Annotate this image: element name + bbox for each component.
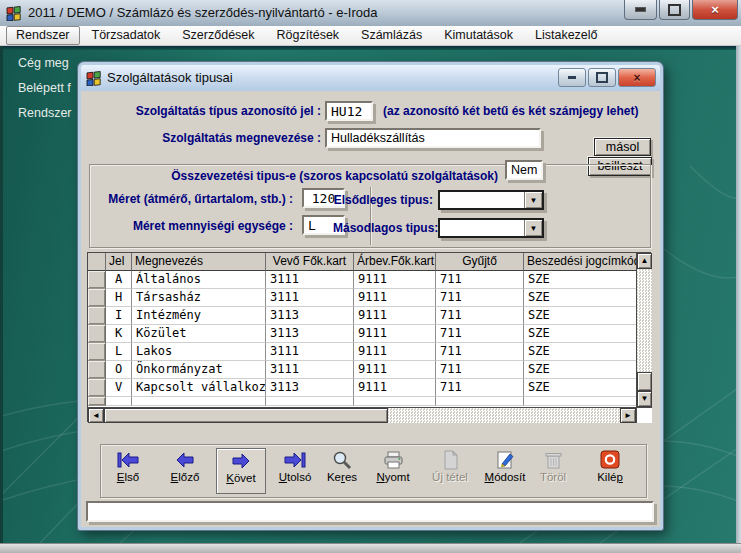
menu-rendszer[interactable]: Rendszer [6,26,80,45]
dialog-status-field[interactable] [86,501,654,522]
table-row[interactable]: H Társasház 3111 9111 711 SZE [88,289,636,307]
cell-vevo: 3111 [266,361,354,379]
table-row[interactable]: I Intézmény 3113 9111 711 SZE [88,307,636,325]
dialog-window-icon [86,70,102,86]
toolbar-print-button[interactable]: Nyomt [369,448,417,492]
first-record-icon [115,450,141,470]
cell-jel: I [106,307,132,325]
dialog-minimize-icon [568,76,576,79]
scrollbar-corner [636,407,652,423]
secondary-type-label: Másodlagos tipus: [333,221,433,235]
dialog-close-button[interactable]: × [618,68,656,87]
scroll-right-button[interactable]: ► [620,408,636,423]
table-row[interactable]: L Lakos 3111 9111 711 SZE [88,343,636,361]
cell-jel: V [106,379,132,397]
row-selector[interactable] [88,289,106,307]
toolbar-edit-button[interactable]: Módosít [481,448,529,492]
cell-arbev: 9111 [354,361,436,379]
dialog-minimize-button[interactable] [558,68,586,87]
service-types-table: Jel Megnevezés Vevő Fők.kart Árbev.Fők.k… [87,252,651,422]
dialog-titlebar[interactable]: Szolgáltatások tipusai × [81,65,660,92]
cell-jel: A [106,271,132,289]
secondary-type-combobox[interactable]: ▼ [438,218,544,238]
menu-torzsadatok[interactable]: Törzsadatok [82,26,171,45]
window-left-edge [0,46,3,543]
cell-megnevezes: Társasház [132,289,266,307]
main-titlebar: 2011 / DEMO / Számlázó és szerződés-nyil… [0,0,741,27]
cell-arbev: 9111 [354,325,436,343]
cell-jogcimkod: SZE [524,343,636,361]
primary-type-label: Elsődleges tipus: [333,193,433,207]
main-statusbar [0,543,741,553]
cell-vevo: 3113 [266,379,354,397]
cell-vevo: 3113 [266,307,354,325]
vertical-scroll-thumb[interactable] [637,372,652,391]
table-row[interactable]: O Önkormányzat 3111 9111 711 SZE [88,361,636,379]
cell-arbev: 9111 [354,307,436,325]
primary-type-dropdown-icon[interactable]: ▼ [524,192,542,208]
horizontal-scroll-thumb[interactable] [104,408,388,423]
cell-megnevezes: Önkormányzat [132,361,266,379]
edit-icon [492,450,518,470]
scroll-left-button[interactable]: ◄ [88,408,104,423]
cell-megnevezes: Kapcsolt vállalkozás [132,379,266,397]
merge-type-input[interactable] [505,160,543,180]
row-selector[interactable] [88,343,106,361]
cell-jogcimkod: SZE [524,289,636,307]
bg-label-belepett: Belépett f [18,81,71,95]
menu-szamlazas[interactable]: Számlázás [351,26,432,45]
cell-jel: L [106,343,132,361]
menu-rogzitesek[interactable]: Rögzítések [267,26,350,45]
menu-kimutatasok[interactable]: Kimutatások [434,26,523,45]
table-row[interactable]: V Kapcsolt vállalkozás 3113 9111 711 SZE [88,379,636,397]
toolbar-last-button[interactable]: Utolsó [271,448,319,492]
table-vertical-scrollbar[interactable]: ▲ ▼ [636,253,652,407]
type-code-label: Szolgáltatás típus azonosító jel : [91,104,321,118]
merge-type-label: Összevezetési tipus-e (szoros kapcsolatú… [106,169,498,183]
secondary-type-dropdown-icon[interactable]: ▼ [524,220,542,236]
row-selector[interactable] [88,307,106,325]
maximize-button[interactable] [659,0,690,20]
table-row[interactable]: A Általános 3111 9111 711 SZE [88,271,636,289]
row-selector[interactable] [88,271,106,289]
table-header-row: Jel Megnevezés Vevő Fők.kart Árbev.Fők.k… [88,253,636,271]
cell-megnevezes: Intézmény [132,307,266,325]
cell-gyujto: 711 [436,289,524,307]
table-horizontal-scrollbar[interactable]: ◄ ► [88,407,636,423]
table-row[interactable]: K Közület 3113 9111 711 SZE [88,325,636,343]
scroll-up-button[interactable]: ▲ [637,253,652,269]
scroll-down-button[interactable]: ▼ [637,391,652,407]
row-selector[interactable] [88,325,106,343]
cell-jel: O [106,361,132,379]
app-icon [6,5,22,21]
row-selector[interactable] [88,361,106,379]
header-gyujto: Gyűjtő [436,253,524,271]
dialog-maximize-icon [596,72,608,83]
close-button[interactable]: × [692,0,738,20]
header-jel: Jel [106,253,132,271]
minimize-button[interactable] [624,0,657,20]
cell-empty [266,397,354,406]
menu-listakezelo[interactable]: Listakezelő [525,26,608,45]
row-selector[interactable] [88,379,106,397]
service-name-input[interactable] [325,128,541,148]
maximize-icon [668,4,681,16]
toolbar-exit-button[interactable]: Kilép [586,448,634,492]
dialog-maximize-button[interactable] [588,68,616,87]
cell-empty [132,397,266,406]
toolbar-search-button[interactable]: Keres [318,448,366,492]
header-megnevezes: Megnevezés [132,253,266,271]
close-icon: × [711,3,719,16]
type-code-input[interactable] [325,101,373,121]
menu-szerzodesek[interactable]: Szerződések [172,26,264,45]
toolbar-previous-button[interactable]: Előző [161,448,209,492]
toolbar-delete-button: Töröl [529,448,577,492]
copy-button[interactable]: másol [594,138,651,156]
cell-jel: K [106,325,132,343]
toolbar-next-button[interactable]: Követ [216,448,266,494]
header-vevo-fokkart: Vevő Fők.kart [266,253,354,271]
print-icon [380,450,406,470]
size-label: Méret (átmérő, űrtartalom, stb.) : [93,192,293,206]
toolbar-first-button[interactable]: Első [104,448,152,492]
primary-type-combobox[interactable]: ▼ [438,190,544,210]
